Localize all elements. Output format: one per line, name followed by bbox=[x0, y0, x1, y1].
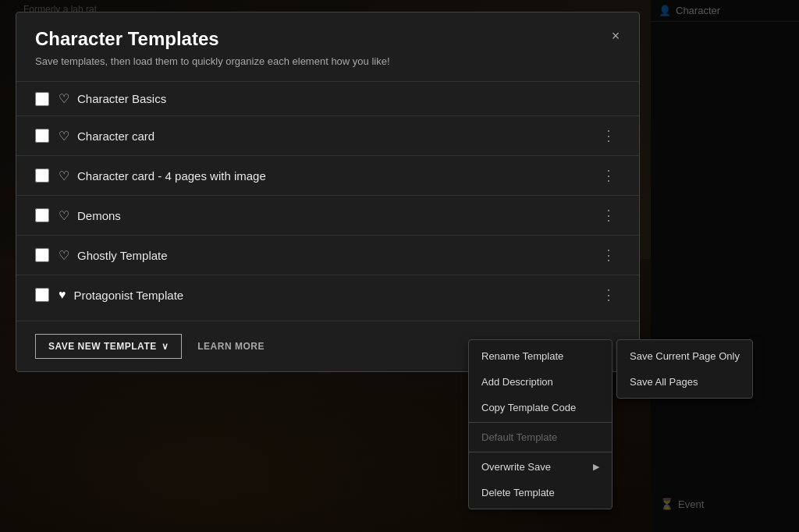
context-menu-divider-1 bbox=[469, 422, 612, 423]
template-name-6: Protagonist Template bbox=[74, 289, 598, 302]
template-name-3: Character card - 4 pages with image bbox=[77, 169, 597, 183]
template-item[interactable]: ♥ Protagonist Template ⋮ bbox=[16, 275, 639, 314]
context-menu-overwrite-save[interactable]: Overwrite Save ▶ bbox=[469, 454, 612, 480]
context-menu-rename[interactable]: Rename Template bbox=[469, 343, 612, 369]
template-menu-btn-6[interactable]: ⋮ bbox=[597, 285, 620, 305]
template-name-1: Character Basics bbox=[77, 92, 620, 105]
template-checkbox-4[interactable] bbox=[35, 208, 49, 222]
overwrite-save-label: Overwrite Save bbox=[481, 461, 551, 473]
save-all-pages-label: Save All Pages bbox=[630, 376, 698, 388]
learn-more-label: LEARN MORE bbox=[197, 341, 265, 352]
submenu-chevron-icon: ▶ bbox=[593, 462, 599, 472]
context-menu-default-template: Default Template bbox=[469, 424, 612, 450]
template-menu-btn-5[interactable]: ⋮ bbox=[597, 245, 620, 265]
template-item[interactable]: ♡ Ghostly Template ⋮ bbox=[16, 235, 639, 275]
template-menu-btn-4[interactable]: ⋮ bbox=[597, 205, 620, 225]
template-item[interactable]: ♡ Character card - 4 pages with image ⋮ bbox=[16, 155, 639, 195]
template-name-5: Ghostly Template bbox=[77, 249, 597, 262]
submenu-save-all-pages[interactable]: Save All Pages bbox=[617, 369, 752, 395]
template-checkbox-6[interactable] bbox=[35, 288, 49, 302]
save-new-template-button[interactable]: SAVE NEW TEMPLATE ∨ bbox=[35, 334, 182, 359]
close-button[interactable]: × bbox=[605, 25, 627, 47]
context-menu-copy-code[interactable]: Copy Template Code bbox=[469, 395, 612, 420]
template-name-2: Character card bbox=[77, 129, 597, 143]
template-item[interactable]: ♡ Character Basics bbox=[16, 81, 639, 115]
save-new-label: SAVE NEW TEMPLATE bbox=[48, 341, 157, 352]
learn-more-button[interactable]: LEARN MORE bbox=[197, 341, 265, 352]
template-item[interactable]: ♡ Character card ⋮ bbox=[16, 115, 639, 155]
template-heart-3[interactable]: ♡ bbox=[59, 168, 69, 183]
rename-template-label: Rename Template bbox=[481, 350, 563, 362]
add-description-label: Add Description bbox=[481, 376, 553, 388]
context-menu-divider-2 bbox=[469, 452, 612, 452]
modal-subtitle: Save templates, then load them to quickl… bbox=[35, 55, 620, 69]
template-item[interactable]: ♡ Demons ⋮ bbox=[16, 195, 639, 235]
modal-header: Character Templates Save templates, then… bbox=[16, 12, 639, 75]
character-templates-modal: Character Templates Save templates, then… bbox=[16, 12, 640, 372]
overwrite-save-submenu: Save Current Page Only Save All Pages bbox=[616, 339, 753, 399]
template-checkbox-3[interactable] bbox=[35, 168, 49, 183]
chevron-down-icon: ∨ bbox=[162, 341, 169, 352]
save-current-page-label: Save Current Page Only bbox=[630, 350, 740, 362]
modal-title: Character Templates bbox=[35, 28, 620, 50]
template-checkbox-2[interactable] bbox=[35, 129, 49, 143]
template-heart-5[interactable]: ♡ bbox=[59, 248, 69, 263]
template-menu-btn-2[interactable]: ⋮ bbox=[597, 126, 620, 146]
template-heart-6[interactable]: ♥ bbox=[59, 288, 66, 302]
copy-template-code-label: Copy Template Code bbox=[481, 402, 576, 413]
context-menu-delete-template[interactable]: Delete Template bbox=[469, 480, 612, 505]
template-heart-2[interactable]: ♡ bbox=[59, 129, 69, 144]
template-heart-4[interactable]: ♡ bbox=[59, 208, 69, 223]
context-menu: Rename Template Add Description Copy Tem… bbox=[468, 339, 613, 509]
template-list: ♡ Character Basics ♡ Character card ⋮ ♡ … bbox=[16, 75, 639, 321]
submenu-save-current-page[interactable]: Save Current Page Only bbox=[617, 343, 752, 369]
default-template-label: Default Template bbox=[481, 431, 557, 443]
template-heart-1[interactable]: ♡ bbox=[59, 91, 69, 106]
delete-template-label: Delete Template bbox=[481, 487, 555, 498]
template-checkbox-5[interactable] bbox=[35, 248, 49, 262]
template-checkbox-1[interactable] bbox=[35, 92, 49, 106]
template-name-4: Demons bbox=[77, 209, 597, 222]
context-menu-add-description[interactable]: Add Description bbox=[469, 369, 612, 395]
template-menu-btn-3[interactable]: ⋮ bbox=[597, 165, 620, 186]
